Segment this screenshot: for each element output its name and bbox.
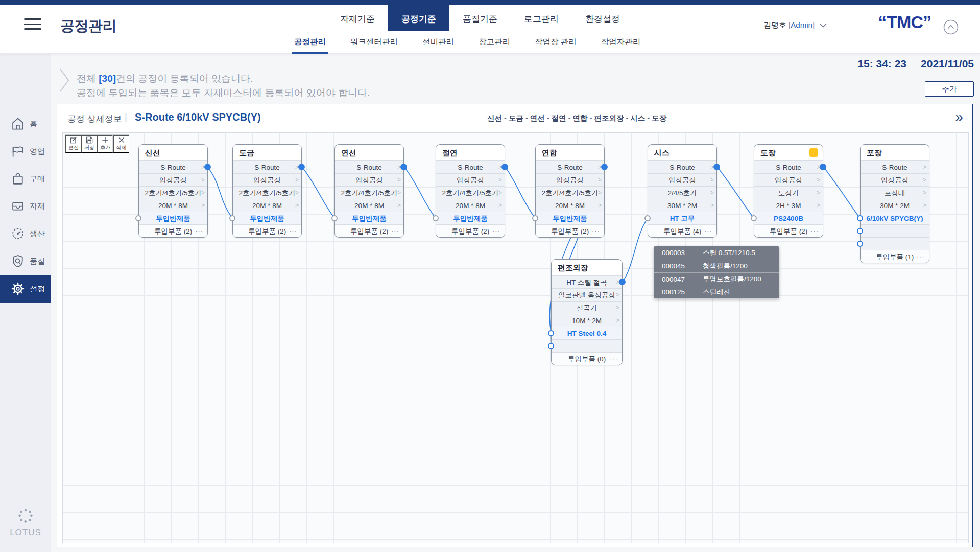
sidebar-item-home[interactable]: 홈 [0,110,51,137]
node-row-nav[interactable]: 2H * 3M> [754,199,823,212]
node-row-parts[interactable]: 투입부품 (2)··· [536,224,604,237]
subtab-worker-management[interactable]: 작업자관리 [601,37,641,54]
node-row-nav[interactable]: 2호기/4호기/5호기> [335,186,403,199]
node-row-nav[interactable]: 30M * 2M> [648,199,716,212]
process-canvas[interactable]: 편집 저장 추가 삭제 신선S-Route>입장공장>2호기/4호기/5호기>2… [62,132,969,543]
input-connector-circle[interactable] [532,215,538,221]
subtab-workcenter-management[interactable]: 워크센터관리 [350,37,398,54]
collapse-header-button[interactable] [943,19,959,35]
node-row-nav[interactable]: 10M * 2M> [552,314,622,327]
more-options-icon[interactable]: ··· [704,224,712,237]
save-button[interactable]: 저장 [81,135,97,153]
node-row-parts[interactable]: 투입부품 (2)··· [233,224,301,237]
input-connector-circle[interactable] [857,215,863,221]
node-row-nav[interactable]: 2호기/4호기/5호기> [233,186,301,199]
sidebar-item-sales[interactable]: 영업 [0,137,51,165]
input-connector-circle[interactable] [548,330,554,336]
output-connector-dot[interactable] [713,164,720,170]
node-row-blue[interactable]: HT 고무 [648,212,716,224]
subtab-workshop-management[interactable]: 작업장 관리 [535,37,577,54]
node-row-nav[interactable]: 20M * 8M> [233,199,301,212]
node-row-nav[interactable]: 입장공장> [536,173,604,186]
node-row-nav[interactable]: 2호기/4호기/5호기> [139,186,207,199]
delete-node-button[interactable]: 삭제 [113,135,129,153]
node-row-nav[interactable]: 포장대> [861,186,929,199]
node-row-blue[interactable]: HT Steel 0.4 [552,327,622,339]
process-node-jeolyeon[interactable]: 절연S-Route>입장공장>2호기/4호기/5호기>20M * 8M>투입반제… [436,144,505,238]
input-connector-circle[interactable] [857,241,863,247]
output-connector-dot[interactable] [601,164,608,170]
input-connector-circle[interactable] [644,215,651,221]
more-options-icon[interactable]: ··· [391,224,399,237]
node-row-nav[interactable]: 알코판넬 음성공장> [552,288,622,301]
more-options-icon[interactable]: ··· [917,250,925,263]
process-node-sinseon[interactable]: 신선S-Route>입장공장>2호기/4호기/5호기>20M * 8M>투입반제… [138,144,208,238]
subtab-process-management[interactable]: 공정관리 [294,37,326,54]
node-row-nav[interactable]: 20M * 8M> [139,199,207,212]
sidebar-item-production[interactable]: 생산 [0,220,51,247]
node-row-nav[interactable]: S-Route> [648,160,716,173]
node-row-nav[interactable]: S-Route> [754,160,823,173]
more-options-icon[interactable]: ··· [195,224,203,237]
more-options-icon[interactable]: ··· [492,224,500,237]
node-row-blue[interactable]: 투입반제품 [436,212,505,224]
input-connector-circle[interactable] [751,215,757,221]
input-connector-circle[interactable] [229,215,235,221]
process-node-pojang[interactable]: 포장S-Route>입장공장>포장대>30M * 2M>6/10kV SPYCB… [860,144,929,263]
expand-panel-icon[interactable]: » [955,108,963,126]
input-connector-circle[interactable] [857,228,863,234]
output-connector-dot[interactable] [619,279,626,285]
node-row-nav[interactable]: 입장공장> [861,173,929,186]
more-options-icon[interactable]: ··· [610,352,618,365]
node-row-blue[interactable]: 투입반제품 [536,212,604,224]
output-connector-dot[interactable] [501,164,508,170]
process-node-dogeum[interactable]: 도금S-Route>입장공장>2호기/4호기/5호기>20M * 8M>투입반제… [232,144,302,238]
node-row-blue[interactable]: 6/10kV SPYCB(Y) [861,212,929,224]
node-row-nav[interactable]: S-Route> [335,160,403,173]
edit-button[interactable]: 편집 [65,135,81,153]
sidebar-item-quality[interactable]: 품질 [0,247,51,275]
node-row-parts[interactable]: 투입부품 (2)··· [754,224,823,237]
node-row-nav[interactable]: 20M * 8M> [536,199,604,212]
node-row-parts[interactable]: 투입부품 (4)··· [648,224,716,237]
input-connector-circle[interactable] [433,215,439,221]
process-node-yeonhap[interactable]: 연합S-Route>입장공장>2호기/4호기/5호기>20M * 8M>투입반제… [535,144,605,238]
node-row-nav[interactable]: HT 스틸 절곡> [552,275,622,288]
node-row-nav[interactable]: 입장공장> [139,173,207,186]
subtab-equipment-management[interactable]: 설비관리 [422,37,454,54]
more-options-icon[interactable]: ··· [289,224,297,237]
process-node-siseu[interactable]: 시스S-Route>입장공장>2/4/5호기>30M * 2M>HT 고무투입부… [648,144,717,238]
node-row-parts[interactable]: 투입부품 (2)··· [335,224,403,237]
node-row-nav[interactable]: 도장기> [754,186,823,199]
sidebar-item-material[interactable]: 자재 [0,192,51,220]
output-connector-dot[interactable] [820,164,826,170]
node-row-blue[interactable]: 투입반제품 [139,212,207,224]
node-row-nav[interactable]: S-Route> [436,160,505,173]
node-row-nav[interactable]: 30M * 2M> [861,199,929,212]
process-node-pyeonjo[interactable]: 편조외장HT 스틸 절곡>알코판넬 음성공장>절곡기>10M * 2M>HT S… [551,259,623,365]
add-process-button[interactable]: 추가 [925,81,974,97]
user-menu[interactable]: 김명호 [Admin] [763,20,827,30]
input-connector-circle[interactable] [548,343,554,349]
node-row-nav[interactable]: 절곡기> [552,301,622,314]
node-row-nav[interactable]: S-Route> [139,160,207,173]
process-node-dojang[interactable]: 도장S-Route>입장공장>도장기>2H * 3M>PS2400B투입부품 (… [754,144,823,238]
sidebar-item-settings[interactable]: 설정 [0,275,51,303]
node-row-nav[interactable]: 입장공장> [335,173,403,186]
output-connector-dot[interactable] [298,164,305,170]
node-row-blue[interactable]: 투입반제품 [233,212,301,224]
hamburger-menu-icon[interactable] [24,18,41,32]
sidebar-item-purchase[interactable]: 구매 [0,165,51,193]
more-options-icon[interactable]: ··· [810,224,819,237]
more-options-icon[interactable]: ··· [592,224,600,237]
node-row-nav[interactable]: 입장공장> [754,173,823,186]
node-row-nav[interactable]: 2호기/4호기/5호기> [536,186,604,199]
node-row-nav[interactable]: S-Route> [233,160,301,173]
node-row-nav[interactable]: S-Route> [536,160,604,173]
node-row-parts[interactable]: 투입부품 (2)··· [436,224,505,237]
node-row-parts[interactable]: 투입부품 (0)··· [552,352,622,365]
node-row-parts[interactable]: 투입부품 (2)··· [139,224,207,237]
node-row-nav[interactable]: S-Route> [861,160,929,173]
input-connector-circle[interactable] [135,215,141,221]
node-row-nav[interactable]: 20M * 8M> [335,199,403,212]
